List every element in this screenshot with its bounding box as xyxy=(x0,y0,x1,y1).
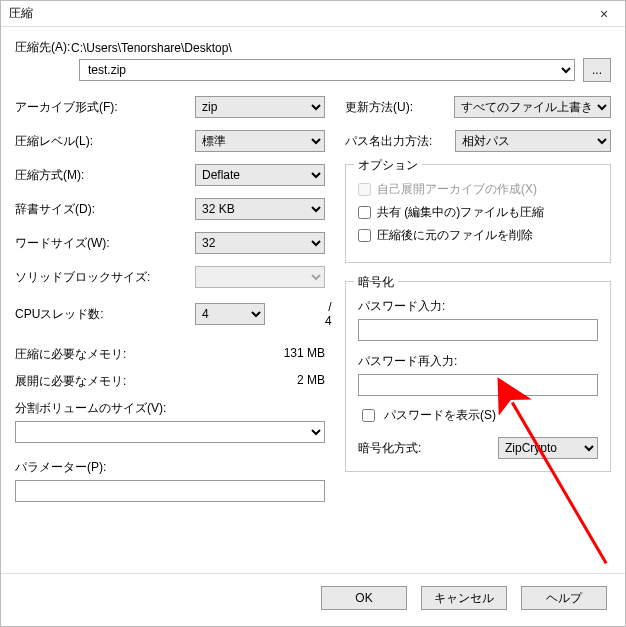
password-input[interactable] xyxy=(358,319,598,341)
destination-block: 圧縮先(A): C:\Users\Tenorshare\Desktop\ tes… xyxy=(15,39,611,82)
dictionary-size-label: 辞書サイズ(D): xyxy=(15,201,195,218)
solid-block-label: ソリッドブロックサイズ: xyxy=(15,269,195,286)
share-label: 共有 (編集中の)ファイルも圧縮 xyxy=(377,204,544,221)
compression-level-label: 圧縮レベル(L): xyxy=(15,133,195,150)
compression-method-label: 圧縮方式(M): xyxy=(15,167,195,184)
cancel-button[interactable]: キャンセル xyxy=(421,586,507,610)
right-column: 更新方法(U): すべてのファイル上書き パス名出力方法: 相対パス xyxy=(345,96,611,502)
password-confirm-label: パスワード再入力: xyxy=(358,353,598,370)
path-mode-label: パス名出力方法: xyxy=(345,133,455,150)
sfx-checkbox xyxy=(358,183,371,196)
window-title: 圧縮 xyxy=(7,5,33,22)
show-password-label: パスワードを表示(S) xyxy=(384,407,496,424)
cpu-threads-label: CPUスレッド数: xyxy=(15,306,195,323)
mem-compress-label: 圧縮に必要なメモリ: xyxy=(15,346,265,363)
compress-dialog: 圧縮 × 圧縮先(A): C:\Users\Tenorshare\Desktop… xyxy=(0,0,626,627)
browse-button[interactable]: ... xyxy=(583,58,611,82)
compression-method-combo[interactable]: Deflate xyxy=(195,164,325,186)
close-icon[interactable]: × xyxy=(589,4,619,24)
archive-format-label: アーカイブ形式(F): xyxy=(15,99,195,116)
dialog-content: 圧縮先(A): C:\Users\Tenorshare\Desktop\ tes… xyxy=(1,27,625,573)
mem-decompress-label: 展開に必要なメモリ: xyxy=(15,373,265,390)
encryption-group: 暗号化 パスワード入力: パスワード再入力: パスワードを表示(S) 暗号化方式… xyxy=(345,281,611,472)
titlebar: 圧縮 × xyxy=(1,1,625,27)
encryption-method-combo[interactable]: ZipCrypto xyxy=(498,437,598,459)
password-confirm-input[interactable] xyxy=(358,374,598,396)
parameters-input[interactable] xyxy=(15,480,325,502)
mem-compress-value: 131 MB xyxy=(265,346,325,363)
archive-format-combo[interactable]: zip xyxy=(195,96,325,118)
mem-decompress-value: 2 MB xyxy=(265,373,325,390)
destination-label: 圧縮先(A): xyxy=(15,39,71,56)
options-title: オプション xyxy=(354,157,422,174)
options-group: オプション 自己展開アーカイブの作成(X) 共有 (編集中の)ファイルも圧縮 圧… xyxy=(345,164,611,263)
encryption-title: 暗号化 xyxy=(354,274,398,291)
update-mode-label: 更新方法(U): xyxy=(345,99,454,116)
help-button[interactable]: ヘルプ xyxy=(521,586,607,610)
split-volume-label: 分割ボリュームのサイズ(V): xyxy=(15,400,325,417)
button-bar: OK キャンセル ヘルプ xyxy=(1,573,625,626)
password-label: パスワード入力: xyxy=(358,298,598,315)
word-size-label: ワードサイズ(W): xyxy=(15,235,195,252)
word-size-combo[interactable]: 32 xyxy=(195,232,325,254)
show-password-checkbox[interactable] xyxy=(362,409,375,422)
split-volume-combo[interactable] xyxy=(15,421,325,443)
cpu-threads-total: / 4 xyxy=(325,300,332,328)
dictionary-size-combo[interactable]: 32 KB xyxy=(195,198,325,220)
cpu-threads-combo[interactable]: 4 xyxy=(195,303,265,325)
compression-level-combo[interactable]: 標準 xyxy=(195,130,325,152)
destination-file-combo[interactable]: test.zip xyxy=(79,59,575,81)
destination-dir: C:\Users\Tenorshare\Desktop\ xyxy=(71,41,611,55)
sfx-label: 自己展開アーカイブの作成(X) xyxy=(377,181,537,198)
parameters-label: パラメーター(P): xyxy=(15,459,325,476)
solid-block-combo[interactable] xyxy=(195,266,325,288)
update-mode-combo[interactable]: すべてのファイル上書き xyxy=(454,96,611,118)
delete-after-label: 圧縮後に元のファイルを削除 xyxy=(377,227,533,244)
share-checkbox[interactable] xyxy=(358,206,371,219)
delete-after-checkbox[interactable] xyxy=(358,229,371,242)
encryption-method-label: 暗号化方式: xyxy=(358,440,498,457)
ok-button[interactable]: OK xyxy=(321,586,407,610)
path-mode-combo[interactable]: 相対パス xyxy=(455,130,611,152)
left-column: アーカイブ形式(F): zip 圧縮レベル(L): 標準 xyxy=(15,96,325,502)
